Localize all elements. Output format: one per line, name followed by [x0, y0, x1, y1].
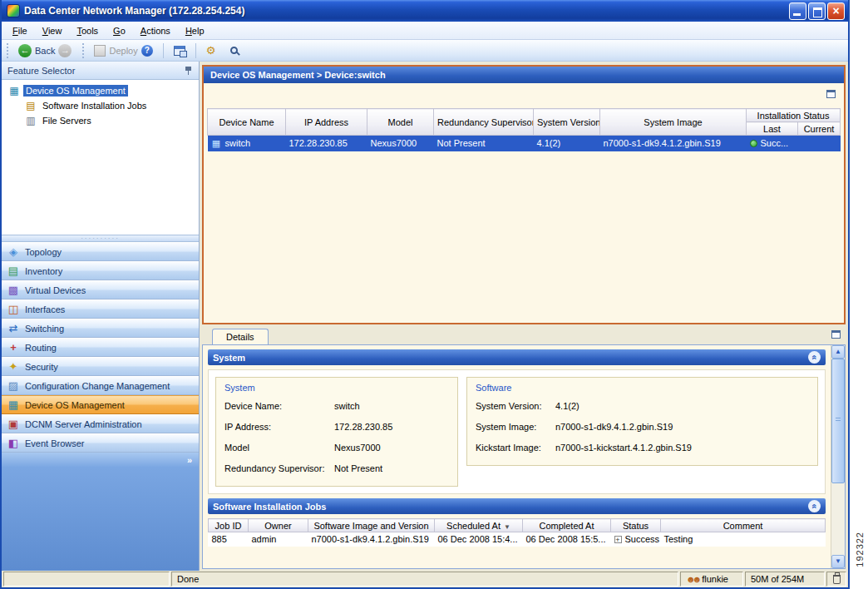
sidebar-item-switching[interactable]: Switching — [2, 319, 199, 338]
close-button[interactable] — [827, 2, 845, 20]
scrollbar-thumb[interactable] — [831, 359, 845, 483]
field-label: Redundancy Supervisor: — [224, 463, 334, 473]
menu-bar: File View Tools Go Actions Help — [2, 22, 848, 40]
jobs-column-job-id[interactable]: Job ID — [209, 519, 249, 532]
column-header-system-version[interactable]: System Version — [534, 109, 600, 136]
toolbar-grip[interactable] — [81, 43, 85, 58]
content-area: Device OS Management > Device:switch Dev… — [200, 62, 848, 571]
toolbar-separator — [163, 43, 164, 58]
cell-model: Nexus7000 — [367, 136, 434, 151]
minimize-button[interactable] — [789, 2, 806, 20]
sidebar-item-label: DCNM Server Administration — [25, 419, 142, 429]
toolbar-grip[interactable] — [5, 43, 9, 58]
column-header-last[interactable]: Last — [747, 122, 798, 136]
panel-restore-icon[interactable] — [826, 90, 836, 98]
tree-item-software-installation-jobs[interactable]: Software Installation Jobs — [3, 98, 197, 113]
scrollbar-track[interactable] — [831, 359, 845, 555]
column-header-model[interactable]: Model — [367, 109, 434, 136]
collapse-chevron-icon[interactable] — [808, 500, 821, 512]
back-icon — [18, 44, 32, 57]
jobs-column-scheduled-at[interactable]: Scheduled At — [435, 519, 523, 532]
file-servers-icon — [25, 115, 37, 126]
help-icon[interactable] — [141, 45, 153, 57]
job-row[interactable]: 885 admin n7000-s1-dk9.4.1.2.gbin.S19 06… — [209, 532, 826, 547]
column-header-system-image[interactable]: System Image — [600, 109, 747, 136]
refresh-button[interactable] — [200, 42, 222, 59]
software-group-title: Software — [476, 383, 809, 393]
jobs-column-software-image[interactable]: Software Image and Version — [308, 519, 435, 532]
switch-icon — [211, 138, 222, 149]
sidebar-more-button[interactable]: » — [2, 453, 199, 468]
magnifier-icon — [230, 47, 238, 54]
cell-scheduled-at: 06 Dec 2008 15:4... — [435, 532, 523, 547]
user-icon — [686, 575, 698, 584]
field-value-system-image: n7000-s1-dk9.4.1.2.gbin.S19 — [555, 422, 673, 432]
cell-device-name: switch — [225, 138, 251, 148]
pin-icon[interactable] — [184, 66, 193, 76]
success-status-icon — [750, 140, 757, 147]
sidebar-item-label: Device OS Management — [25, 400, 125, 410]
feature-tree: Device OS Management Software Installati… — [2, 80, 199, 235]
sidebar-item-topology[interactable]: Topology — [2, 242, 199, 261]
cell-system-image: n7000-s1-dk9.4.1.2.gbin.S19 — [600, 136, 747, 151]
trash-icon[interactable] — [833, 575, 841, 584]
scroll-down-icon[interactable] — [831, 555, 845, 568]
sidebar-item-configuration-change-management[interactable]: Configuration Change Management — [2, 376, 199, 395]
sidebar-item-label: Topology — [25, 247, 62, 257]
column-header-ip-address[interactable]: IP Address — [286, 109, 367, 136]
gears-icon — [206, 45, 216, 57]
forward-icon[interactable] — [58, 44, 72, 57]
sidebar-item-interfaces[interactable]: Interfaces — [2, 299, 199, 319]
sidebar-item-label: Virtual Devices — [25, 285, 86, 295]
sidebar-item-device-os-management[interactable]: Device OS Management — [2, 395, 199, 414]
field-label: Kickstart Image: — [476, 443, 555, 453]
menu-view[interactable]: View — [35, 23, 70, 38]
field-value-redundancy-supervisor: Not Present — [334, 463, 382, 473]
feature-selector-header: Feature Selector — [2, 62, 199, 80]
toolbar: Back Deploy — [2, 40, 848, 62]
deploy-button[interactable]: Deploy — [88, 42, 158, 59]
search-button[interactable] — [223, 42, 247, 58]
sidebar-item-event-browser[interactable]: Event Browser — [2, 433, 199, 453]
column-header-current[interactable]: Current — [798, 122, 841, 136]
interfaces-icon — [7, 303, 20, 316]
menu-go[interactable]: Go — [106, 23, 133, 38]
new-window-button[interactable] — [168, 43, 191, 58]
figure-number: 192322 — [855, 532, 865, 567]
column-header-device-name[interactable]: Device Name — [208, 109, 286, 136]
jobs-column-comment[interactable]: Comment — [661, 519, 826, 532]
expand-icon[interactable] — [614, 536, 622, 543]
screen: Data Center Network Manager (172.28.254.… — [0, 0, 868, 589]
feature-selector-title: Feature Selector — [7, 66, 75, 76]
breadcrumb: Device OS Management > Device:switch — [204, 67, 844, 83]
back-button[interactable]: Back — [12, 42, 77, 60]
menu-help[interactable]: Help — [178, 23, 212, 38]
menu-tools[interactable]: Tools — [69, 23, 106, 38]
menu-actions[interactable]: Actions — [133, 23, 178, 38]
collapse-chevron-icon[interactable] — [808, 351, 821, 364]
system-section-header: System — [208, 349, 826, 365]
column-header-redundancy-supervisor[interactable]: Redundancy Supervisor — [434, 109, 534, 136]
sidebar-splitter[interactable] — [2, 235, 199, 242]
device-os-management-icon — [7, 398, 20, 412]
jobs-column-owner[interactable]: Owner — [249, 519, 308, 532]
field-value-model: Nexus7000 — [334, 443, 381, 453]
jobs-column-status[interactable]: Status — [611, 519, 661, 532]
tree-item-file-servers[interactable]: File Servers — [3, 113, 197, 128]
tab-details[interactable]: Details — [212, 329, 269, 344]
sidebar-item-dcnm-server-administration[interactable]: DCNM Server Administration — [2, 414, 199, 433]
statusbar-status-cell: Done — [171, 572, 678, 587]
tree-item-device-os-management[interactable]: Device OS Management — [3, 83, 197, 98]
details-restore-icon[interactable] — [831, 330, 841, 339]
device-row-switch[interactable]: switch 172.28.230.85 Nexus7000 Not Prese… — [208, 136, 841, 151]
sidebar-item-security[interactable]: Security — [2, 357, 199, 376]
menu-file[interactable]: File — [5, 23, 35, 38]
restore-button[interactable] — [808, 2, 826, 20]
sidebar-item-virtual-devices[interactable]: Virtual Devices — [2, 280, 199, 299]
details-scrollbar[interactable] — [831, 345, 845, 568]
sidebar-item-routing[interactable]: Routing — [2, 338, 199, 357]
sidebar-item-inventory[interactable]: Inventory — [2, 261, 199, 280]
scroll-up-icon[interactable] — [831, 345, 845, 359]
jobs-column-completed-at[interactable]: Completed At — [523, 519, 611, 532]
app-icon — [7, 4, 20, 17]
